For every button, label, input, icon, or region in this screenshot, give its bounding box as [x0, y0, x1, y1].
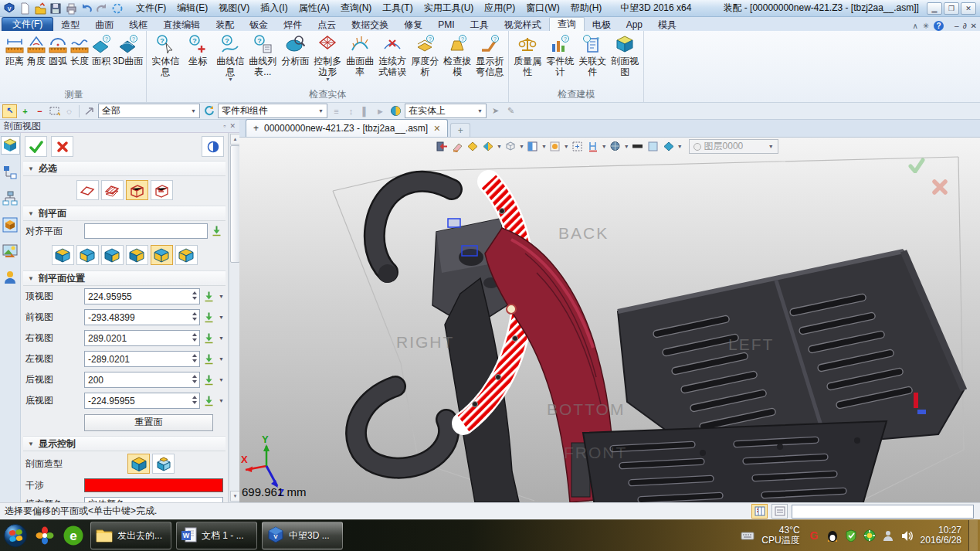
menu-item-7[interactable]: 实用工具(U) — [419, 1, 480, 15]
cut-assembly-button[interactable] — [152, 454, 175, 474]
ribbon-tab-14[interactable]: 电极 — [585, 19, 619, 31]
redo-icon[interactable] — [95, 2, 108, 15]
3d-surface-button[interactable]: ?3D曲面 — [112, 32, 144, 68]
cancel-button[interactable] — [51, 136, 73, 157]
canvas-color-icon[interactable] — [646, 141, 660, 153]
apply-arrow-icon[interactable] — [203, 374, 215, 386]
app-logo-icon[interactable]: V — [2, 2, 15, 15]
entity-info-button[interactable]: ?实体信息 — [149, 32, 181, 79]
section-type-box-button[interactable] — [126, 180, 148, 200]
apply-arrow-icon[interactable] — [211, 225, 223, 237]
plane-position-header[interactable]: ▼剖平面位置 — [23, 270, 226, 286]
snap-mode-combo[interactable]: 在实体上▼ — [405, 104, 487, 118]
add-filter-icon[interactable]: + — [19, 105, 32, 117]
back-view-offset-input[interactable]: 200 — [84, 372, 200, 388]
ribbon-tab-13[interactable]: 查询 — [549, 17, 585, 31]
ribbon-tab-15[interactable]: App — [619, 19, 650, 31]
zoom-fit-icon[interactable] — [571, 141, 585, 153]
dropdown-caret-icon[interactable]: ▼ — [624, 144, 629, 149]
view-cube-icon[interactable] — [2, 216, 19, 233]
keyboard-tray-icon[interactable] — [741, 529, 754, 542]
display-control-header[interactable]: ▼显示控制 — [23, 436, 226, 451]
display-mode-icon[interactable] — [662, 141, 676, 153]
status-input[interactable] — [792, 505, 974, 519]
ribbon-tab-7[interactable]: 点云 — [310, 19, 344, 31]
style-icon[interactable]: ✳ — [923, 22, 929, 30]
options-caret-icon[interactable]: ▼ — [219, 315, 224, 320]
options-caret-icon[interactable]: ▼ — [219, 377, 224, 383]
print-icon[interactable] — [64, 2, 77, 15]
right-view-offset-input[interactable]: 289.0201 — [84, 330, 200, 346]
curve-info-button[interactable]: ?曲线信息▼ — [214, 32, 246, 83]
apply-arrow-icon[interactable] — [203, 353, 215, 366]
associated-files-button[interactable]: ?关联文件 — [576, 32, 609, 79]
filter-combo[interactable]: 全部▼ — [98, 104, 200, 118]
lasso-icon[interactable]: ◌ — [63, 105, 76, 117]
menu-item-10[interactable]: 帮助(H) — [565, 1, 608, 15]
section-plane-header[interactable]: ▼剖平面 — [23, 206, 226, 221]
start-button[interactable] — [2, 523, 28, 549]
shade-icon[interactable] — [466, 141, 480, 153]
undo-icon[interactable] — [80, 2, 93, 15]
help-icon[interactable]: ? — [934, 21, 944, 31]
plane-direction-6-button[interactable] — [175, 245, 198, 265]
coordinates-button[interactable]: ?坐标 — [181, 32, 214, 68]
control-polygon-button[interactable]: 控制多边形▼ — [311, 32, 344, 83]
plane-direction-4-button[interactable] — [126, 245, 148, 265]
volume-icon[interactable] — [900, 529, 914, 542]
render-mode-icon[interactable] — [609, 141, 622, 153]
open-icon[interactable] — [33, 2, 46, 15]
restore-button[interactable]: ❐ — [944, 2, 959, 15]
ribbon-tab-0[interactable]: 造型 — [53, 19, 87, 31]
dropdown-caret-icon[interactable]: ▼ — [602, 144, 607, 149]
continuity-error-button[interactable]: 连续方式错误 — [376, 32, 409, 79]
refresh-icon[interactable] — [202, 105, 215, 117]
analyze-face-button[interactable]: 分析面 — [279, 32, 311, 68]
bend-info-button[interactable]: ?显示折弯信息 — [473, 32, 506, 79]
qq-icon[interactable] — [826, 529, 839, 542]
grid-toggle-button[interactable] — [751, 504, 768, 519]
length-button[interactable]: 长度 — [69, 32, 90, 68]
front-view-offset-input[interactable]: -293.48399 — [84, 309, 200, 325]
g-assistant-icon[interactable]: G — [807, 529, 821, 542]
background-icon[interactable] — [631, 141, 645, 153]
bottom-view-offset-input[interactable]: -224.95955 — [84, 393, 200, 409]
minimize-button[interactable]: ▁ — [927, 2, 942, 15]
apply-arrow-icon[interactable] — [203, 291, 215, 303]
menu-item-9[interactable]: 窗口(W) — [521, 1, 565, 15]
marquee-icon[interactable] — [48, 105, 61, 117]
ribbon-tab-9[interactable]: 修复 — [396, 19, 430, 31]
pick-arrow-icon[interactable]: ➤ — [489, 105, 502, 117]
taskbar-app-word[interactable]: W文档 1 - ... — [176, 522, 257, 549]
basket-lower[interactable] — [583, 421, 887, 502]
wireframe-icon[interactable] — [504, 141, 517, 153]
menu-item-2[interactable]: 视图(V) — [213, 1, 255, 15]
menu-item-5[interactable]: 查询(N) — [335, 1, 378, 15]
new-tab-button[interactable]: + — [450, 123, 470, 137]
interference-color-swatch[interactable] — [84, 478, 223, 492]
ribbon-tab-1[interactable]: 曲面 — [87, 19, 121, 31]
dropdown-caret-icon[interactable]: ▼ — [519, 144, 524, 149]
menu-item-4[interactable]: 属性(A) — [293, 1, 335, 15]
filter-option-icon-2[interactable]: ▌ — [359, 105, 372, 117]
taskbar-app-folder[interactable]: 发出去的... — [90, 522, 171, 549]
left-view-offset-input[interactable]: -289.0201 — [84, 351, 200, 367]
layer-combo[interactable]: 图层0000▼ — [689, 139, 778, 154]
panel-scrollbar[interactable]: ▲ ▼ — [229, 133, 239, 502]
plane-direction-5-button[interactable] — [151, 245, 173, 265]
menu-item-0[interactable]: 文件(F) — [131, 1, 171, 15]
distance-button[interactable]: 距离 — [4, 32, 25, 68]
dropdown-caret-icon[interactable]: ▼ — [677, 144, 683, 149]
align-plane-input[interactable] — [84, 223, 208, 239]
plane-direction-1-button[interactable] — [52, 245, 74, 265]
top-view-offset-input[interactable]: 224.95955 — [84, 288, 200, 304]
menu-item-6[interactable]: 工具(T) — [377, 1, 418, 15]
angle-button[interactable]: 角度 — [25, 32, 47, 68]
surface-curvature-button[interactable]: 曲面曲率 — [344, 32, 376, 79]
pick-settings-icon[interactable]: ✎ — [504, 105, 517, 117]
entity-type-combo[interactable]: 零件和组件▼ — [218, 104, 327, 118]
ribbon-tab-5[interactable]: 钣金 — [242, 19, 276, 31]
thickness-analysis-button[interactable]: ?厚度分析 — [409, 32, 441, 79]
pinwheel-app-icon[interactable] — [33, 524, 56, 547]
ribbon-tab-10[interactable]: PMI — [430, 19, 462, 31]
